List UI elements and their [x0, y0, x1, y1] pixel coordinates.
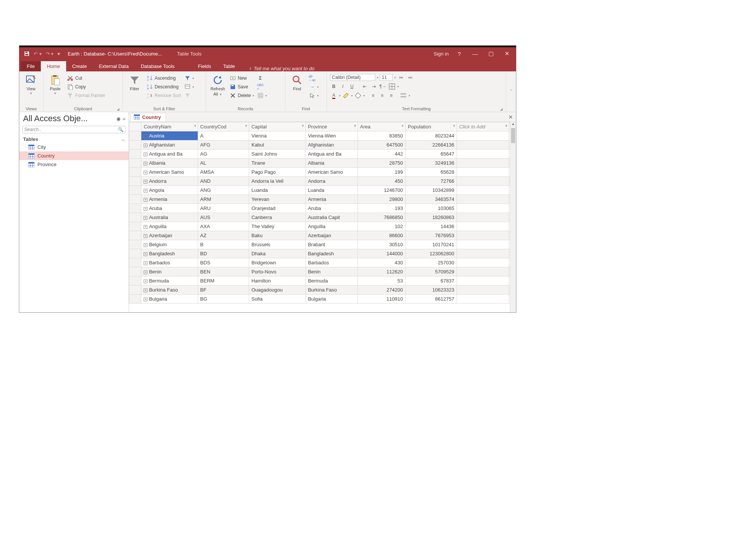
table-row[interactable]: +BarbadosBDSBridgetownBarbados430257030	[129, 258, 516, 267]
cell-countryname[interactable]: +Benin	[141, 267, 198, 276]
table-row[interactable]: +AustraliaAUSCanberraAustralia Capit7686…	[129, 213, 516, 222]
nav-menu-icon[interactable]: ◉	[116, 116, 121, 122]
cell-countrycode[interactable]: ARU	[198, 204, 249, 213]
cell-countrycode[interactable]: BF	[198, 286, 249, 295]
cell-province[interactable]: Azerbaijan	[305, 231, 358, 240]
cell-countryname[interactable]: +Andorra	[141, 177, 198, 186]
row-selector[interactable]	[129, 295, 141, 304]
cell-population[interactable]: 103065	[406, 204, 457, 213]
cell-clicktoadd[interactable]	[457, 150, 509, 159]
sort-desc-button[interactable]: ZADescending	[146, 83, 181, 91]
expand-icon[interactable]: +	[144, 279, 147, 283]
cell-area[interactable]: 7686850	[358, 213, 405, 222]
table-row[interactable]: +BulgariaBGSofiaBulgaria1109108612757	[129, 295, 516, 304]
indent-decrease-icon[interactable]: ⇤	[361, 83, 369, 90]
cell-countrycode[interactable]: AXA	[198, 222, 249, 231]
spelling-button[interactable]: ABC✓	[257, 83, 267, 91]
expand-icon[interactable]: +	[144, 298, 147, 301]
row-selector[interactable]	[129, 240, 141, 249]
cell-clicktoadd[interactable]	[457, 177, 509, 186]
cell-countryname[interactable]: +Bermuda	[141, 276, 198, 286]
cell-clicktoadd[interactable]	[457, 168, 509, 177]
nav-section-tables[interactable]: Tables ⌵	[19, 135, 129, 143]
nav-collapse-icon[interactable]: «	[123, 116, 125, 122]
font-color-button[interactable]: A	[330, 92, 338, 99]
cell-clicktoadd[interactable]	[457, 213, 509, 222]
cell-countrycode[interactable]: AMSA	[198, 168, 249, 177]
sign-in-link[interactable]: Sign in	[434, 51, 449, 57]
row-selector[interactable]	[129, 168, 141, 177]
delete-record-button[interactable]: Delete ▾	[229, 92, 254, 99]
cell-capital[interactable]: Porto-Novo	[249, 267, 305, 276]
cell-clicktoadd[interactable]	[457, 231, 509, 240]
cell-capital[interactable]: Dhaka	[249, 249, 305, 258]
save-icon[interactable]	[24, 51, 30, 57]
cell-countryname[interactable]: +Belgium	[141, 240, 198, 249]
cell-population[interactable]: 3463574	[406, 195, 457, 204]
cell-area[interactable]: 30510	[358, 240, 405, 249]
align-right-icon[interactable]: ≡	[387, 92, 395, 99]
cell-capital[interactable]: Saint Johns	[249, 150, 305, 159]
cell-countrycode[interactable]: AG	[198, 150, 249, 159]
format-painter-button[interactable]: Format Painter	[67, 92, 105, 99]
row-selector[interactable]	[129, 258, 141, 267]
numbering-icon[interactable]: ≕	[406, 74, 414, 81]
cell-province[interactable]: Anguilla	[305, 222, 358, 231]
cell-province[interactable]: Australia Capit	[305, 213, 358, 222]
tab-create[interactable]: Create	[66, 61, 93, 71]
cell-population[interactable]: 67837	[406, 276, 457, 286]
cell-capital[interactable]: Yerevan	[249, 195, 305, 204]
cell-clicktoadd[interactable]	[457, 204, 509, 213]
cell-capital[interactable]: Canberra	[249, 213, 305, 222]
cell-clicktoadd[interactable]	[457, 249, 509, 258]
nav-item-province[interactable]: Province	[19, 160, 129, 169]
cell-population[interactable]: 7676953	[406, 231, 457, 240]
cell-countryname[interactable]: +Burkina Faso	[141, 286, 198, 295]
copy-button[interactable]: Copy	[67, 83, 105, 91]
cell-province[interactable]: Bulgaria	[305, 295, 358, 304]
tab-database-tools[interactable]: Database Tools	[135, 61, 180, 71]
cell-area[interactable]: 647500	[358, 140, 405, 150]
cell-countrycode[interactable]: AZ	[198, 231, 249, 240]
cell-population[interactable]: 3249136	[406, 159, 457, 168]
column-header[interactable]: Click to Add▾	[457, 122, 509, 131]
table-row[interactable]: +AlbaniaALTiraneAlbania287503249136	[129, 159, 516, 168]
expand-icon[interactable]: +	[144, 243, 147, 247]
ltr-icon[interactable]: ¶→	[379, 83, 387, 90]
row-selector[interactable]	[129, 140, 141, 150]
cell-province[interactable]: Afghanistan	[305, 140, 358, 150]
cell-countryname[interactable]: +Afghanistan	[141, 140, 198, 150]
table-row[interactable]: +AustriaAViennaVienna-Wien838508023244	[129, 131, 516, 140]
cell-countryname[interactable]: +Albania	[141, 159, 198, 168]
cell-province[interactable]: Luanda	[305, 186, 358, 195]
bold-button[interactable]: B	[330, 83, 338, 90]
cell-area[interactable]: 53	[358, 276, 405, 286]
cell-clicktoadd[interactable]	[457, 131, 509, 140]
column-header[interactable]: Population▾	[406, 122, 457, 131]
cell-population[interactable]: 10623323	[406, 286, 457, 295]
cell-capital[interactable]: Bridgetown	[249, 258, 305, 267]
column-header[interactable]: CountryNam▾	[141, 122, 198, 131]
filter-button[interactable]: Filter	[126, 73, 143, 91]
cell-capital[interactable]: Baku	[249, 231, 305, 240]
cell-countryname[interactable]: +Aruba	[141, 204, 198, 213]
column-header[interactable]: Area▾	[358, 122, 405, 131]
table-row[interactable]: +Burkina FasoBFOuagadougouBurkina Faso27…	[129, 286, 516, 295]
cell-clicktoadd[interactable]	[457, 267, 509, 276]
expand-icon[interactable]: +	[144, 216, 147, 220]
table-row[interactable]: +AzerbaijanAZBakuAzerbaijan866007676953	[129, 231, 516, 240]
cell-population[interactable]: 10342899	[406, 186, 457, 195]
cell-capital[interactable]: Oranjestad	[249, 204, 305, 213]
row-selector[interactable]	[129, 177, 141, 186]
expand-icon[interactable]: +	[144, 171, 147, 174]
column-header[interactable]: Province▾	[305, 122, 358, 131]
cell-area[interactable]: 29800	[358, 195, 405, 204]
undo-icon[interactable]: ↶ ▾	[34, 51, 42, 57]
cell-countrycode[interactable]: BD	[198, 249, 249, 258]
document-close-button[interactable]: ✕	[505, 114, 516, 120]
table-row[interactable]: +American SamoAMSAPago PagoAmerican Samo…	[129, 168, 516, 177]
vertical-scrollbar[interactable]: ▲	[510, 122, 516, 312]
expand-icon[interactable]: +	[144, 289, 147, 292]
cell-clicktoadd[interactable]	[457, 140, 509, 150]
cell-population[interactable]: 65628	[406, 168, 457, 177]
